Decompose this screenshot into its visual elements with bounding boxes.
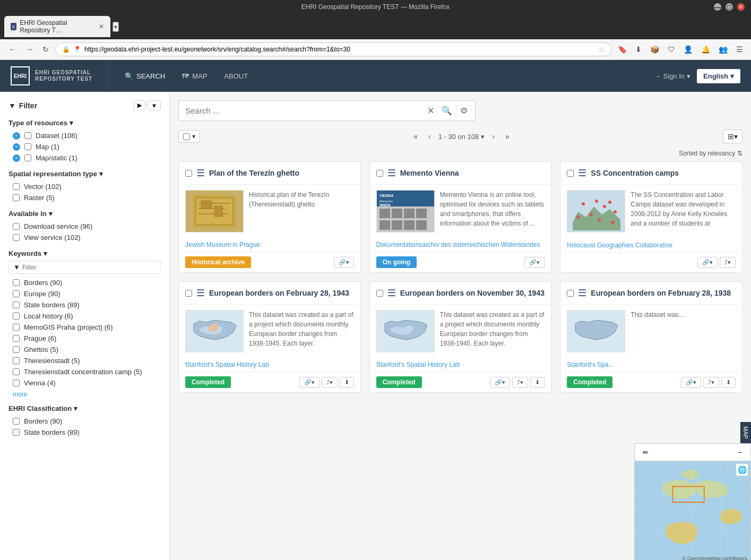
card-5-link-button[interactable]: 🔗▾	[490, 377, 510, 388]
card-4-download-button[interactable]: ⬇	[340, 377, 354, 388]
keywords-section[interactable]: Keywords ▾	[8, 249, 161, 257]
card-2-link-button[interactable]: 🔗▾	[524, 257, 545, 268]
filter-item-prague[interactable]: Prague (6)	[8, 333, 161, 344]
more-keywords-link[interactable]: more	[13, 391, 161, 398]
filter-options-button[interactable]: ▼	[148, 100, 161, 110]
profile-button[interactable]: 👤	[681, 44, 695, 55]
card-2-source[interactable]: Dokumentationsarchiv des österreichische…	[370, 238, 551, 252]
map-expand-icon[interactable]: +	[13, 143, 20, 151]
type-of-resources-section[interactable]: Type of resources ▾	[8, 119, 161, 127]
raster-checkbox[interactable]	[13, 194, 20, 201]
card-1-checkbox[interactable]	[185, 170, 192, 177]
filter-item-state-borders[interactable]: State borders (89)	[8, 299, 161, 311]
menu-button[interactable]: ☰	[733, 44, 746, 55]
map-expand-button[interactable]: MAP	[740, 422, 751, 443]
new-tab-button[interactable]: +	[113, 22, 119, 32]
mapstatic-checkbox[interactable]	[24, 154, 31, 161]
card-5-source[interactable]: Stanford's Spatial History Lab	[370, 358, 551, 372]
view-toggle-button[interactable]: ⊞ ▾	[723, 130, 743, 143]
card-1-source[interactable]: Jewish Museum in Prague	[179, 238, 360, 252]
filter-item-dataset[interactable]: + Dataset (108)	[8, 130, 161, 141]
filter-expand-button[interactable]: ▶	[134, 100, 145, 110]
mapstatic-expand-icon[interactable]: +	[13, 154, 20, 162]
card-3-link-button[interactable]: 🔗▾	[697, 257, 718, 268]
bookmarks-button[interactable]: 🔖	[615, 44, 629, 55]
card-6-download-button[interactable]: ⬇	[721, 377, 736, 388]
filter-item-raster[interactable]: Raster (5)	[8, 192, 161, 203]
memogis-checkbox[interactable]	[13, 324, 20, 331]
filter-item-mapstatic[interactable]: + Map/static (1)	[8, 152, 161, 163]
search-clear-button[interactable]: ✕	[424, 105, 437, 117]
filter-item-ghettos[interactable]: Ghettos (5)	[8, 344, 161, 355]
filter-item-ehri-state-borders[interactable]: State borders (89)	[8, 427, 161, 438]
card-3-share-button[interactable]: ⤴▾	[720, 257, 736, 268]
borders-checkbox[interactable]	[13, 279, 20, 286]
reload-button[interactable]: ↻	[39, 43, 52, 56]
ehri-borders-checkbox[interactable]	[13, 418, 20, 425]
maximize-button[interactable]: □	[726, 3, 733, 11]
tab-close-button[interactable]: ✕	[99, 23, 104, 30]
card-6-share-button[interactable]: ⤴▾	[703, 377, 719, 388]
account-button[interactable]: 👥	[716, 44, 730, 55]
filter-item-vector[interactable]: Vector (102)	[8, 181, 161, 192]
filter-item-theresienstadt[interactable]: Theresienstadt (5)	[8, 355, 161, 366]
search-advanced-filter-button[interactable]: ⚙	[456, 105, 471, 117]
card-4-title[interactable]: European borders on February 28, 1943	[209, 289, 354, 297]
keyword-filter-input[interactable]	[22, 264, 156, 271]
sign-in-button[interactable]: → Sign In ▾	[654, 72, 690, 80]
close-button[interactable]: ✕	[737, 3, 745, 11]
map-minus-button[interactable]: −	[733, 446, 746, 459]
state-borders-checkbox[interactable]	[13, 301, 20, 308]
card-1-title[interactable]: Plan of the Terezín ghetto	[209, 169, 354, 177]
map-checkbox[interactable]	[24, 143, 31, 150]
card-3-title[interactable]: SS Concentration camps	[591, 169, 736, 177]
map-globe-button[interactable]: 🌐	[736, 463, 748, 476]
filter-item-download[interactable]: Download service (96)	[8, 221, 161, 232]
card-1-link-button[interactable]: 🔗▾	[334, 257, 354, 268]
filter-item-borders[interactable]: Borders (90)	[8, 277, 161, 288]
card-4-share-button[interactable]: ⤴▾	[322, 377, 338, 388]
select-all-checkbox[interactable]	[183, 133, 190, 140]
extensions-button[interactable]: 📦	[648, 44, 662, 55]
card-3-source[interactable]: Holocaust Geographies Collaborative	[560, 238, 742, 252]
search-input[interactable]	[183, 103, 424, 118]
card-4-link-button[interactable]: 🔗▾	[299, 377, 320, 388]
card-2-title[interactable]: Memento Vienna	[400, 169, 545, 177]
ehri-classification-section[interactable]: EHRI Classification ▾	[8, 404, 161, 412]
filter-item-view[interactable]: View service (102)	[8, 232, 161, 243]
card-3-checkbox[interactable]	[567, 170, 574, 177]
prague-checkbox[interactable]	[13, 335, 20, 342]
prev-page-button[interactable]: ‹	[425, 131, 434, 142]
filter-item-memogis[interactable]: MemoGIS Praha (project) (6)	[8, 322, 161, 333]
theresienstadt-camp-checkbox[interactable]	[13, 368, 20, 375]
minimize-button[interactable]: —	[714, 3, 721, 11]
card-4-checkbox[interactable]	[185, 290, 192, 297]
downloads-button[interactable]: ⬇	[633, 44, 644, 55]
filter-item-local-history[interactable]: Local history (6)	[8, 311, 161, 322]
dataset-checkbox[interactable]	[24, 132, 31, 139]
dataset-expand-icon[interactable]: +	[13, 132, 20, 140]
filter-item-europe[interactable]: Europe (90)	[8, 288, 161, 299]
search-go-button[interactable]: 🔍	[437, 105, 456, 117]
notifications-button[interactable]: 🔔	[698, 44, 713, 55]
language-button[interactable]: English ▾	[697, 69, 740, 83]
map-pencil-button[interactable]: ✏	[639, 446, 652, 459]
local-history-checkbox[interactable]	[13, 313, 20, 320]
first-page-button[interactable]: «	[410, 131, 421, 142]
select-all-button[interactable]: ▾	[178, 130, 200, 143]
card-4-source[interactable]: Stanford's Spatial History Lab	[179, 358, 360, 372]
ghettos-checkbox[interactable]	[13, 346, 20, 353]
filter-item-vienna[interactable]: Vienna (4)	[8, 377, 161, 389]
nav-search[interactable]: 🔍 SEARCH	[116, 64, 174, 89]
vector-checkbox[interactable]	[13, 183, 20, 190]
ehri-state-borders-checkbox[interactable]	[13, 429, 20, 436]
spatial-representation-section[interactable]: Spatial representation type ▾	[8, 170, 161, 178]
last-page-button[interactable]: »	[502, 131, 513, 142]
forward-button[interactable]: →	[22, 43, 36, 56]
vienna-checkbox[interactable]	[13, 380, 20, 386]
card-5-share-button[interactable]: ⤴▾	[512, 377, 528, 388]
card-5-title[interactable]: European borders on November 30, 1943	[400, 289, 545, 297]
card-5-checkbox[interactable]	[376, 290, 383, 297]
card-6-title[interactable]: European borders on February 28, 1938	[591, 289, 736, 297]
shield-icon[interactable]: 🛡	[665, 44, 678, 55]
